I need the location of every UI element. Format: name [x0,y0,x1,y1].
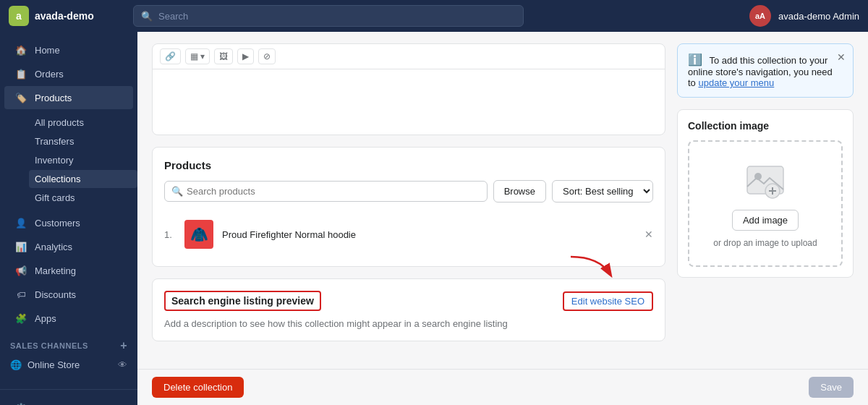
online-store-label: Online Store [27,359,80,370]
products-search-icon: 🔍 [171,186,183,197]
admin-name: avada-demo Admin [778,11,859,22]
products-search-input[interactable] [164,181,488,202]
sidebar-item-orders[interactable]: 📋 Orders [4,62,133,85]
sidebar-item-marketing[interactable]: 📢 Marketing [4,259,133,282]
sidebar-label-orders: Orders [35,69,64,80]
editor-toolbar: 🔗 ▦ ▾ 🖼 ▶ ⊘ [153,44,665,69]
nav-right: aA avada-demo Admin [749,5,859,27]
products-section: Products 🔍 Browse Sort: Best selling 1. [152,147,665,267]
info-icon: ℹ️ [688,54,702,66]
bottom-bar: Delete collection Save [137,369,868,405]
update-menu-link[interactable]: update your menu [698,77,774,88]
sidebar-label-discounts: Discounts [35,289,76,300]
settings-icon: ⚙️ [14,401,27,405]
sidebar-sub-products: All products Transfers Inventory Collect… [0,110,137,210]
right-panel: ℹ️ To add this collection to your online… [665,43,854,278]
seo-title: Search engine listing preview [164,291,321,311]
toolbar-image-btn[interactable]: 🖼 [214,48,233,64]
sales-channels-label: SALES CHANNELS + [0,331,137,355]
product-number: 1. [164,229,176,240]
seo-section: Search engine listing preview Edit websi… [152,278,665,341]
sidebar-item-home[interactable]: 🏠 Home [4,38,133,61]
products-icon: 🏷️ [14,91,27,104]
product-name: Proud Firefighter Normal hoodie [222,229,636,240]
toolbar-table-btn[interactable]: ▦ ▾ [185,48,210,64]
sidebar-label-products: Products [35,93,72,103]
sidebar: 🏠 Home 📋 Orders 🏷️ Products All products… [0,32,137,405]
products-search-row: 🔍 Browse Sort: Best selling [164,180,653,202]
product-remove-btn[interactable]: ✕ [644,229,653,240]
marketing-icon: 📢 [14,264,27,277]
sidebar-label-settings: Settings [35,403,69,406]
save-button[interactable]: Save [809,377,854,398]
sidebar-item-online-store[interactable]: 🌐 Online Store 👁 [0,355,137,375]
sidebar-label-analytics: Analytics [35,242,72,252]
visibility-icon: 👁 [118,359,127,370]
add-sales-channel-btn[interactable]: + [120,339,127,352]
sidebar-item-apps[interactable]: 🧩 Apps [4,307,133,330]
content-row: 🔗 ▦ ▾ 🖼 ▶ ⊘ Products 🔍 [152,43,854,353]
app-body: 🏠 Home 📋 Orders 🏷️ Products All products… [0,32,868,405]
collection-image-title: Collection image [688,120,843,132]
sidebar-sub-inventory[interactable]: Inventory [29,151,137,169]
sidebar-item-customers[interactable]: 👤 Customers [4,211,133,234]
sidebar-label-customers: Customers [35,218,80,229]
admin-avatar[interactable]: aA [749,5,771,27]
editor-section: 🔗 ▦ ▾ 🖼 ▶ ⊘ [152,43,665,135]
seo-header: Search engine listing preview Edit websi… [164,291,653,311]
logo-icon: a [9,6,29,26]
content-main: 🔗 ▦ ▾ 🖼 ▶ ⊘ Products 🔍 [152,43,665,353]
search-bar[interactable]: 🔍 Search [133,5,524,27]
logo-area[interactable]: a avada-demo [9,6,124,26]
sidebar-sub-transfers[interactable]: Transfers [29,132,137,150]
online-store-icon: 🌐 [10,359,22,370]
product-thumbnail: 🧥 [184,220,213,249]
toolbar-other-btn[interactable]: ⊘ [258,48,276,64]
orders-icon: 📋 [14,67,27,80]
sidebar-item-settings[interactable]: ⚙️ Settings [4,396,133,405]
sidebar-item-analytics[interactable]: 📊 Analytics [4,235,133,258]
sidebar-label-marketing: Marketing [35,265,76,276]
sidebar-sub-gift-cards[interactable]: Gift cards [29,189,137,207]
info-banner: ℹ️ To add this collection to your online… [677,43,854,98]
seo-description: Add a description to see how this collec… [164,318,653,329]
drop-zone[interactable]: Add image or drop an image to upload [688,140,843,267]
drop-text: or drop an image to upload [713,238,817,248]
upload-image-icon [744,159,787,202]
discounts-icon: 🏷 [14,288,27,301]
customers-icon: 👤 [14,216,27,229]
delete-collection-button[interactable]: Delete collection [152,377,244,398]
banner-close-btn[interactable]: ✕ [837,51,846,63]
sidebar-item-discounts[interactable]: 🏷 Discounts [4,283,133,306]
sidebar-item-products[interactable]: 🏷️ Products [4,86,133,109]
add-image-button[interactable]: Add image [732,210,799,231]
search-placeholder: Search [158,11,188,22]
sidebar-sub-collections[interactable]: Collections [29,170,137,188]
store-name: avada-demo [35,10,94,22]
products-search-wrap: 🔍 [164,180,488,202]
analytics-icon: 📊 [14,240,27,253]
product-emoji: 🧥 [190,226,208,243]
sidebar-label-apps: Apps [35,313,56,324]
search-icon: 🔍 [141,11,153,22]
editor-body[interactable] [153,69,665,135]
products-title: Products [164,159,653,171]
home-icon: 🏠 [14,43,27,56]
main-content: 🔗 ▦ ▾ 🖼 ▶ ⊘ Products 🔍 [137,32,868,405]
product-row: 1. 🧥 Proud Firefighter Normal hoodie ✕ [164,214,653,255]
browse-button[interactable]: Browse [493,180,546,202]
top-nav: a avada-demo 🔍 Search aA avada-demo Admi… [0,0,868,32]
toolbar-link-btn[interactable]: 🔗 [160,48,181,64]
collection-image-card: Collection image Add image or drop an im… [677,109,854,278]
apps-icon: 🧩 [14,312,27,325]
sort-select[interactable]: Sort: Best selling [552,180,653,202]
toolbar-video-btn[interactable]: ▶ [237,48,254,64]
edit-seo-button[interactable]: Edit website SEO [563,291,653,311]
red-arrow [563,253,621,282]
sidebar-label-home: Home [35,45,60,56]
sidebar-sub-all-products[interactable]: All products [29,114,137,132]
